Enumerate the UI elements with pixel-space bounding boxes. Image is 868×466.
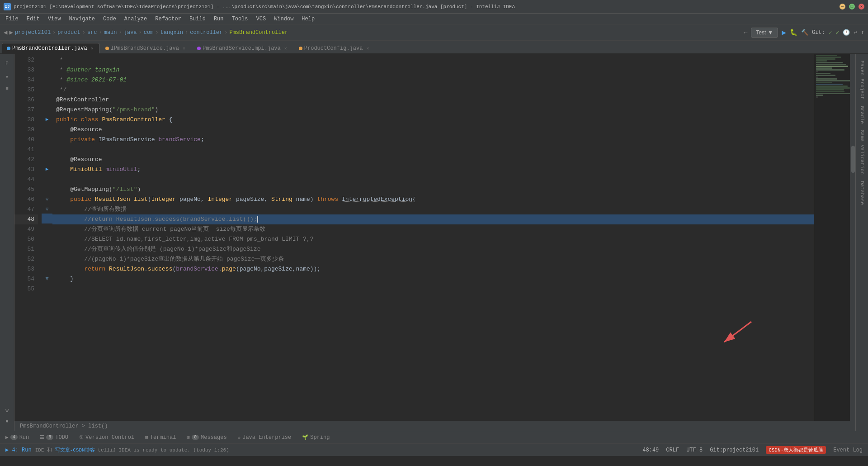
tab-pmsbrandcontroller[interactable]: PmsBrandController.java ✕ bbox=[2, 43, 99, 53]
code-line-33: * @author tangxin bbox=[52, 65, 814, 75]
close-button[interactable]: ✕ bbox=[859, 4, 864, 10]
bottom-tab-java-enterprise[interactable]: ☕ Java Enterprise bbox=[236, 433, 293, 442]
file-encoding[interactable]: UTF-8 bbox=[686, 447, 703, 453]
menu-vcs[interactable]: VCS bbox=[253, 15, 270, 23]
git-history-icon[interactable]: 🕐 bbox=[843, 29, 850, 36]
tab-close[interactable]: ✕ bbox=[91, 46, 94, 51]
window-title: project2101 [F:\Development software\IDE… bbox=[14, 4, 515, 10]
tab-dot bbox=[299, 47, 302, 50]
nav-back-icon[interactable]: ← bbox=[744, 29, 747, 36]
menu-refactor[interactable]: Refactor bbox=[151, 15, 185, 23]
tab-dot bbox=[197, 47, 201, 50]
java-enterprise-icon: ☕ bbox=[238, 434, 241, 440]
code-area[interactable]: * * @author tangxin * @since 2021-07-01 … bbox=[52, 54, 814, 421]
breadcrumb-tangxin[interactable]: tangxin bbox=[160, 29, 183, 36]
scroll-thumb[interactable] bbox=[851, 146, 855, 173]
breadcrumb-footer-text: PmsBrandController > list() bbox=[20, 423, 108, 429]
sidebar-bookmark-icon[interactable]: ★ bbox=[2, 71, 13, 81]
bottom-tabs: ▶ 4 Run ☰ 6 TODO ⑨ Version Control ⊞ Ter… bbox=[0, 431, 868, 443]
menu-tools[interactable]: Tools bbox=[228, 15, 252, 23]
tab-pmsbrandserviceimpl[interactable]: PmsBrandServiceImpl.java ✕ bbox=[192, 43, 293, 53]
breadcrumb-project[interactable]: project2101 bbox=[15, 29, 51, 36]
menu-view[interactable]: View bbox=[44, 15, 65, 23]
toolbar: ◀ ▶ project2101 › product › src › main ›… bbox=[0, 24, 868, 41]
line-num-51: 51 bbox=[14, 244, 38, 254]
sidebar-web-icon[interactable]: W bbox=[2, 405, 13, 416]
git-check-icon[interactable]: ✓ bbox=[829, 29, 832, 36]
bottom-tab-messages[interactable]: ⊞ 0 Messages bbox=[185, 433, 228, 442]
breadcrumb-main[interactable]: main bbox=[104, 29, 117, 36]
tab-close[interactable]: ✕ bbox=[183, 46, 185, 51]
sidebar-favorites-icon[interactable]: ♥ bbox=[2, 416, 13, 427]
menu-window[interactable]: Window bbox=[270, 15, 297, 23]
breadcrumb-java[interactable]: java bbox=[124, 29, 137, 36]
menu-run[interactable]: Run bbox=[210, 15, 227, 23]
sidebar-database-label[interactable]: Database bbox=[858, 178, 867, 208]
csdn-link[interactable]: 写文章-CSDN博客 bbox=[55, 447, 95, 453]
fold-icon-53[interactable]: ▽ bbox=[46, 276, 49, 281]
breadcrumb-src[interactable]: src bbox=[87, 29, 97, 36]
bottom-tab-vcs[interactable]: ⑨ Version Control bbox=[77, 433, 136, 442]
git-tick-icon[interactable]: ✔ bbox=[836, 29, 840, 36]
sidebar-project-icon[interactable]: P bbox=[2, 58, 13, 69]
status-run[interactable]: ▶ 4: Run bbox=[5, 447, 32, 453]
breadcrumb-file[interactable]: PmsBrandController bbox=[229, 29, 288, 36]
run-button[interactable]: ▶ bbox=[782, 28, 786, 37]
sidebar-validation-label[interactable]: Sama Validation bbox=[858, 127, 867, 177]
breadcrumb-module[interactable]: product bbox=[57, 29, 80, 36]
build-button[interactable]: 🔨 bbox=[801, 29, 808, 36]
sidebar-structure-icon[interactable]: ≡ bbox=[2, 83, 13, 94]
line-num-49: 49 bbox=[14, 224, 38, 234]
todo-tab-label: TODO bbox=[55, 434, 68, 441]
menu-help[interactable]: Help bbox=[298, 15, 318, 23]
code-line-48: //return ResultJson.success(brandService… bbox=[52, 214, 814, 224]
bottom-tab-run[interactable]: ▶ 4 Run bbox=[4, 433, 31, 442]
bottom-tab-todo[interactable]: ☰ 6 TODO bbox=[38, 433, 70, 442]
menu-code[interactable]: Code bbox=[99, 15, 120, 23]
vcs-tab-label: Version Control bbox=[85, 434, 134, 441]
vertical-scrollbar[interactable] bbox=[850, 54, 855, 421]
tab-productconfig[interactable]: ProductConfig.java ✕ bbox=[294, 43, 375, 53]
menu-analyze[interactable]: Analyze bbox=[121, 15, 151, 23]
tab-close[interactable]: ✕ bbox=[284, 46, 287, 51]
menu-edit[interactable]: Edit bbox=[23, 15, 43, 23]
sidebar-gradle-label[interactable]: Gradle bbox=[858, 103, 867, 127]
line-num-41: 41 bbox=[14, 145, 38, 155]
tab-ipmsbrandservice[interactable]: IPmsBrandService.java ✕ bbox=[100, 43, 191, 53]
line-num-44: 44 bbox=[14, 175, 38, 185]
bottom-tab-spring[interactable]: 🌱 Spring bbox=[300, 433, 331, 442]
forward-icon[interactable]: ▶ bbox=[9, 29, 13, 36]
code-line-55 bbox=[52, 284, 814, 294]
gutter: ▶ ▶ ▽ ▽ ▽ bbox=[42, 54, 52, 421]
window-controls[interactable]: ─ □ ✕ bbox=[840, 4, 864, 10]
spring-icon: 🌱 bbox=[302, 434, 308, 440]
git-push-icon[interactable]: ⬆ bbox=[861, 29, 864, 36]
maximize-button[interactable]: □ bbox=[849, 4, 855, 10]
menu-navigate[interactable]: Navigate bbox=[65, 15, 99, 23]
menu-bar: File Edit View Navigate Code Analyze Ref… bbox=[0, 14, 868, 24]
menu-file[interactable]: File bbox=[2, 15, 22, 23]
run-class-icon[interactable]: ▶ bbox=[46, 116, 49, 122]
breadcrumb-controller[interactable]: controller bbox=[190, 29, 222, 36]
arrow-icon-53: ▽ bbox=[42, 273, 52, 283]
code-line-41 bbox=[52, 145, 814, 155]
code-line-36: @RestController bbox=[52, 95, 814, 105]
code-line-49: //分页查询所有数据 current pageNo当前页 size每页显示条数 bbox=[52, 224, 814, 234]
sidebar-maven-label[interactable]: Maven Project bbox=[858, 58, 867, 102]
run-icon-38[interactable]: ▶ bbox=[42, 114, 52, 124]
run-icon-42[interactable]: ▶ bbox=[42, 164, 52, 174]
back-icon[interactable]: ◀ bbox=[4, 29, 7, 36]
fold-icon-45[interactable]: ▽ bbox=[46, 196, 49, 202]
event-log-label[interactable]: Event Log bbox=[833, 447, 863, 453]
breadcrumb-com[interactable]: com bbox=[144, 29, 154, 36]
run-minioUtil-icon[interactable]: ▶ bbox=[46, 166, 49, 172]
run-config-button[interactable]: Test ▼ bbox=[751, 28, 778, 38]
menu-build[interactable]: Build bbox=[186, 15, 209, 23]
git-branch-status[interactable]: Git:project2101 bbox=[710, 447, 759, 453]
tab-close[interactable]: ✕ bbox=[366, 46, 369, 51]
git-revert-icon[interactable]: ↩ bbox=[854, 29, 857, 36]
debug-button[interactable]: 🐛 bbox=[790, 29, 797, 36]
bottom-tab-terminal[interactable]: ⊞ Terminal bbox=[143, 433, 178, 442]
fold-icon-46[interactable]: ▽ bbox=[46, 206, 49, 212]
minimize-button[interactable]: ─ bbox=[840, 4, 845, 10]
